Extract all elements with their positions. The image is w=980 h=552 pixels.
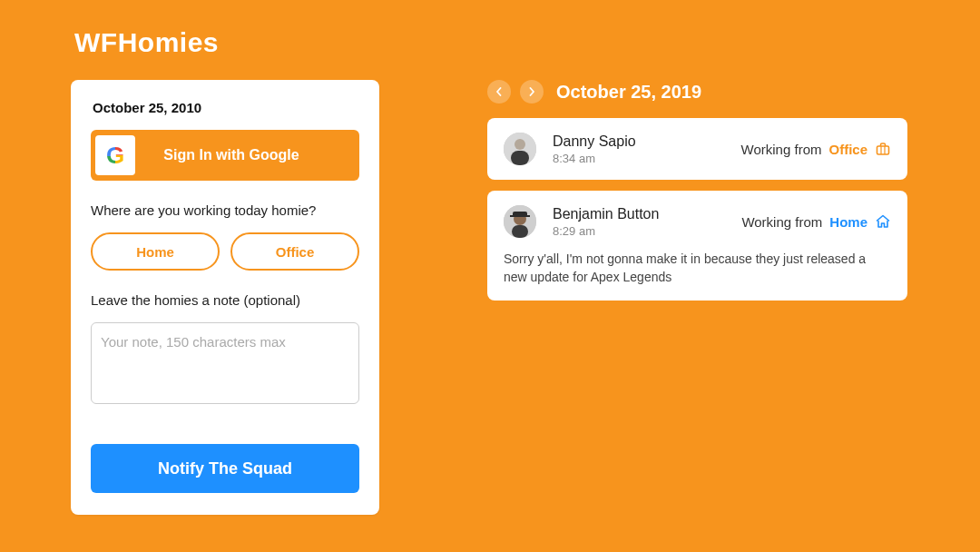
next-day-button[interactable] xyxy=(520,80,544,104)
notify-button[interactable]: Notify The Squad xyxy=(91,444,359,493)
note-input[interactable] xyxy=(91,322,359,404)
google-signin-button[interactable]: G Sign In with Google xyxy=(91,130,359,181)
status-location-value: Office xyxy=(828,142,867,157)
chevron-right-icon xyxy=(527,87,536,96)
status-location-value: Home xyxy=(829,214,867,230)
status-feed: Danny Sapio 8:34 am Working from Office … xyxy=(487,118,907,301)
option-home[interactable]: Home xyxy=(91,232,220,271)
status-time: 8:29 am xyxy=(553,224,659,238)
avatar xyxy=(504,133,536,165)
status-card: Danny Sapio 8:34 am Working from Office xyxy=(487,118,907,180)
status-location: Working from Office xyxy=(741,141,891,157)
status-note: Sorry y'all, I'm not gonna make it in be… xyxy=(504,251,891,286)
chevron-left-icon xyxy=(495,87,504,96)
status-name: Danny Sapio xyxy=(553,133,636,150)
avatar xyxy=(504,205,536,238)
card-date: October 25, 2010 xyxy=(93,100,359,115)
svg-rect-3 xyxy=(877,146,889,154)
note-label: Leave the homies a note (optional) xyxy=(91,292,359,308)
prev-day-button[interactable] xyxy=(487,80,511,104)
status-location-prefix: Working from xyxy=(741,142,822,157)
date-header: October 25, 2019 xyxy=(487,80,701,104)
feed-date: October 25, 2019 xyxy=(556,82,701,103)
app-title: WFHomies xyxy=(74,27,219,58)
svg-point-1 xyxy=(514,139,525,150)
briefcase-icon xyxy=(875,141,891,157)
location-options: Home Office xyxy=(91,232,359,271)
google-icon: G xyxy=(95,135,135,175)
status-name: Benjamin Button xyxy=(553,206,659,222)
svg-rect-9 xyxy=(510,215,530,217)
status-location-prefix: Working from xyxy=(741,214,822,230)
option-office[interactable]: Office xyxy=(230,232,359,271)
status-entry-card: October 25, 2010 G Sign In with Google W… xyxy=(71,80,379,515)
home-icon xyxy=(875,213,891,230)
google-signin-label: Sign In with Google xyxy=(135,147,355,163)
status-time: 8:34 am xyxy=(553,152,636,165)
svg-rect-10 xyxy=(512,225,528,238)
svg-rect-2 xyxy=(511,151,529,165)
status-card: Benjamin Button 8:29 am Working from Hom… xyxy=(487,191,907,301)
status-location: Working from Home xyxy=(741,213,891,230)
working-question: Where are you working today homie? xyxy=(91,202,359,218)
